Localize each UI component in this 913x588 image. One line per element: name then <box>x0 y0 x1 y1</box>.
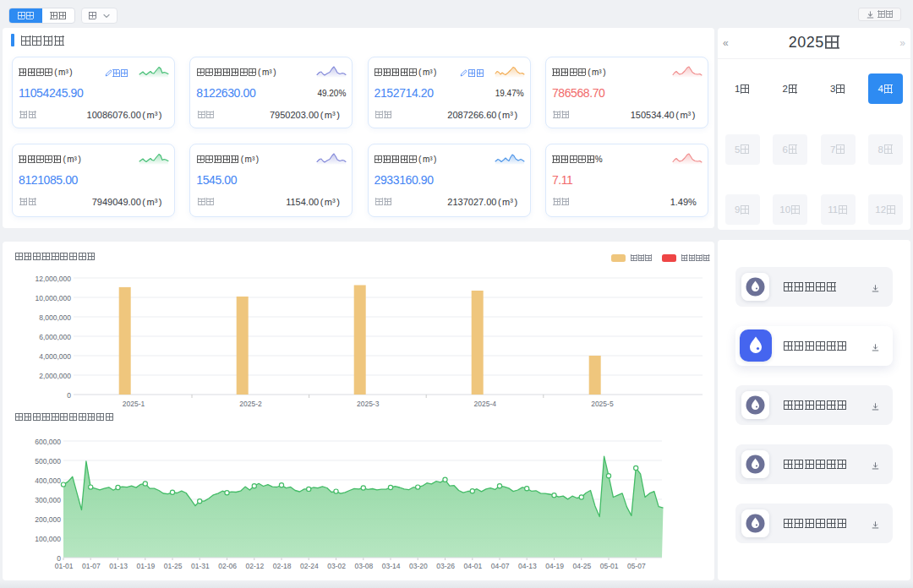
svg-text:6,000,000: 6,000,000 <box>39 333 71 341</box>
svg-text:4,000,000: 4,000,000 <box>39 352 71 361</box>
svg-text:02-24: 02-24 <box>300 562 319 570</box>
svg-text:01-25: 01-25 <box>164 562 183 570</box>
svg-text:03-08: 03-08 <box>355 562 374 570</box>
svg-text:05-07: 05-07 <box>627 562 646 570</box>
svg-text:03-20: 03-20 <box>409 562 428 570</box>
svg-text:01-31: 01-31 <box>191 562 210 570</box>
svg-text:04-07: 04-07 <box>491 562 510 570</box>
svg-text:01-07: 01-07 <box>82 562 101 570</box>
svg-text:500,000: 500,000 <box>35 457 61 466</box>
svg-text:2025-2: 2025-2 <box>239 400 262 408</box>
svg-text:2025-4: 2025-4 <box>474 400 497 408</box>
svg-text:03-14: 03-14 <box>382 562 401 570</box>
svg-text:300,000: 300,000 <box>35 496 61 504</box>
svg-text:10,000,000: 10,000,000 <box>35 294 71 302</box>
svg-text:0: 0 <box>67 391 71 400</box>
svg-text:01-01: 01-01 <box>55 562 74 570</box>
svg-text:100,000: 100,000 <box>35 535 61 543</box>
svg-text:2025-1: 2025-1 <box>123 400 145 408</box>
svg-text:400,000: 400,000 <box>35 476 61 485</box>
svg-text:200,000: 200,000 <box>35 515 61 524</box>
svg-text:04-13: 04-13 <box>518 562 537 570</box>
svg-text:03-02: 03-02 <box>327 562 346 570</box>
svg-text:03-26: 03-26 <box>436 562 455 570</box>
svg-text:02-12: 02-12 <box>246 562 265 570</box>
svg-text:02-06: 02-06 <box>218 562 237 570</box>
svg-text:8,000,000: 8,000,000 <box>39 313 71 322</box>
svg-text:01-13: 01-13 <box>109 562 128 570</box>
svg-text:600,000: 600,000 <box>35 438 61 446</box>
svg-text:01-19: 01-19 <box>136 562 155 570</box>
svg-text:2,000,000: 2,000,000 <box>39 372 71 380</box>
svg-text:02-18: 02-18 <box>273 562 292 570</box>
svg-text:12,000,000: 12,000,000 <box>35 275 71 283</box>
svg-text:2025-5: 2025-5 <box>591 400 614 408</box>
svg-text:2025-3: 2025-3 <box>357 400 380 408</box>
svg-text:04-19: 04-19 <box>545 562 564 570</box>
svg-text:05-01: 05-01 <box>600 562 619 570</box>
svg-text:04-25: 04-25 <box>573 562 592 570</box>
svg-text:04-01: 04-01 <box>464 562 483 570</box>
